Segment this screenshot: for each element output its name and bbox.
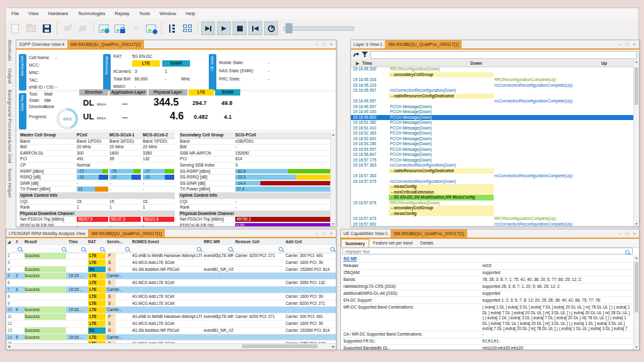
layer3-row[interactable]: 19:16:52.691PCCH Message(Down)	[351, 136, 634, 142]
layer3-row[interactable]: - measConfig	[351, 211, 634, 217]
col-add-cell[interactable]: Add Cell	[286, 239, 335, 244]
mobility-row[interactable]: 104Success19:16:...LTECarrier...	[6, 307, 336, 314]
scroll-down-icon[interactable]: ▼	[634, 222, 639, 226]
layer3-row[interactable]: 19:16:45.316RRCReconfigurationComplete(U…	[351, 77, 634, 83]
layer3-row[interactable]: - measConfig	[351, 184, 634, 190]
menu-file[interactable]: File	[11, 11, 19, 16]
dock-tab-touch-helper[interactable]: Touch Helper	[7, 168, 13, 198]
filter-search-icon[interactable]	[197, 247, 201, 251]
scroll-left-icon[interactable]: ◀	[8, 344, 10, 348]
scroll-down-icon[interactable]: ▼	[634, 345, 639, 349]
scrollbar-thumb[interactable]	[635, 262, 638, 312]
play-button[interactable]: ▶	[217, 21, 231, 35]
dock-tab-shortcuts[interactable]: Shortcuts	[7, 40, 13, 61]
col-rrc-mr[interactable]: RRC MR	[204, 239, 233, 244]
col-up[interactable]: Up	[601, 61, 607, 65]
close-button[interactable]: ×	[633, 231, 636, 236]
layer3-row[interactable]: 19:16:45.300RRCReconfiguration(Down)	[351, 67, 634, 72]
mobility-row[interactable]: 8LTES4G.MCG Add.LTE SCellCarrier: 1600 P…	[6, 293, 336, 300]
filter-search-icon[interactable]	[228, 247, 233, 251]
layer3-row[interactable]: 19:16:49.800PCCH Message(Down)	[351, 115, 634, 121]
col-romes-event[interactable]: ROMES Event	[132, 239, 202, 244]
tree-view-button[interactable]	[165, 21, 179, 35]
mobility-row[interactable]: 11SuccessLTEP4G.eNB to MeNB Handover Att…	[6, 314, 336, 321]
dock-tab-output[interactable]: Output	[7, 69, 13, 84]
replay-speed-button[interactable]	[264, 21, 278, 35]
scroll-right-icon[interactable]: ▶	[332, 344, 335, 348]
layer3-row[interactable]: 19:16:54.597PCCH Message(Down)	[351, 147, 634, 153]
col-remove-cell[interactable]: Remove Cell	[235, 239, 284, 244]
menu-replay[interactable]: Replay	[115, 11, 130, 16]
mobility-row[interactable]: 9LTES4G.MCG Add.LTE SCellCarrier: 6200 P…	[6, 300, 336, 307]
jump-arrow-icon[interactable]	[353, 52, 359, 58]
filter-search-icon[interactable]	[81, 247, 86, 251]
layer3-row[interactable]: 19:16:57.175PCCH Message(Down)	[351, 158, 634, 163]
menu-help[interactable]: Help	[186, 11, 195, 16]
col-time[interactable]: Time	[69, 239, 86, 244]
layer3-row[interactable]: 19:16:45.957rrcConnectionReconfiguration…	[351, 99, 634, 104]
jump-to-start-button[interactable]: ◀	[248, 21, 262, 35]
col-down[interactable]: Down	[470, 61, 482, 65]
col-servin-[interactable]: Servin...	[107, 239, 130, 244]
replay-position-slider[interactable]	[284, 26, 354, 31]
mobility-row[interactable]: 6LTES4G.MCG Add.LTE SCellCarrier: 3350 P…	[6, 280, 336, 287]
layer3-row[interactable]: 19:16:57.691rrcConnectionReconfiguration…	[351, 222, 634, 227]
capability-group-link[interactable]: 5G NR	[343, 256, 357, 261]
signal-config-button[interactable]: ≈	[128, 21, 142, 35]
tile-windows-button[interactable]	[180, 21, 194, 35]
uecaps-scrollbar[interactable]: ▲ ▼	[633, 256, 639, 349]
layer3-row[interactable]: - 5G EN-DC,SN Modification,NR MeasConfig	[351, 195, 634, 200]
filter-search-icon[interactable]	[62, 247, 66, 251]
col--[interactable]: #	[16, 239, 23, 244]
layer3-row[interactable]: 19:16:56.847PCCH Message(Down)	[351, 152, 634, 158]
step-forward-button[interactable]: ▶	[201, 21, 215, 35]
mobility-row[interactable]: 12LTES4G.MCG Add.LTE SCellCarrier: 1600 …	[6, 321, 336, 327]
mobility-row[interactable]: 73Success19:15:...LTECarrier...	[6, 287, 336, 293]
layer3-filter-input[interactable]	[370, 51, 637, 59]
layer3-row[interactable]: 19:16:57.675RRCReconfigurationComplete(U…	[351, 216, 634, 222]
filter-search-icon[interactable]	[18, 247, 22, 251]
maximize-button[interactable]: □	[323, 231, 326, 236]
close-button[interactable]: ×	[633, 41, 636, 47]
maximize-button[interactable]: □	[626, 41, 629, 47]
highlight-search-input[interactable]	[344, 248, 607, 255]
layer3-row[interactable]: 19:16:57.363rrcConnectionReconfiguration…	[351, 173, 634, 179]
scroll-up-icon[interactable]: ▲	[331, 133, 336, 136]
panel-tab[interactable]: SM-5918B|QU_QualiPoc_009117[1]	[88, 229, 165, 237]
layer3-row[interactable]: 19:16:57.675rrcConnectionReconfiguration…	[351, 179, 634, 185]
filter-search-icon[interactable]	[100, 247, 104, 251]
minimize-button[interactable]: –	[316, 231, 318, 236]
layer3-row[interactable]: 19:16:57.363rrcConnectionReconfiguration…	[351, 163, 634, 168]
menu-technologies[interactable]: Technologies	[78, 11, 106, 16]
menu-view[interactable]: View	[28, 11, 38, 16]
minimize-button[interactable]: –	[316, 41, 318, 47]
panel-tab[interactable]: SM-5918B|QU_QualiPoc_009117[1]	[391, 229, 467, 238]
screenshot-lock-button[interactable]	[113, 21, 126, 35]
mobility-row[interactable]: 2SuccessLTEP4G.eNB to MeNB Handover Atte…	[6, 253, 336, 260]
reject-marker-button[interactable]	[76, 21, 90, 35]
scroll-down-icon[interactable]: ▼	[331, 222, 336, 226]
open-file-button[interactable]	[24, 21, 38, 35]
layer3-row[interactable]: 19:16:51.410PCCH Message(Down)	[351, 126, 634, 131]
save-button[interactable]	[40, 21, 53, 35]
filter-search-icon[interactable]	[279, 247, 283, 251]
mobility-row[interactable]: 52Success19:15:...LTECarrier...	[6, 273, 336, 280]
layer3-row[interactable]: 19:16:46.597PCCH Message(Down)	[351, 104, 634, 110]
minimize-button[interactable]: –	[619, 41, 621, 47]
layer3-row[interactable]: - radioResourceConfigDedicated	[351, 94, 634, 99]
sort-icon[interactable]: ◢	[8, 239, 11, 244]
layer3-row[interactable]: 19:16:57.675RRCReconfiguration(Down)	[351, 200, 634, 206]
layer3-scrollbar[interactable]: ▲ ▼	[633, 60, 639, 226]
maximize-button[interactable]: □	[626, 231, 629, 236]
layer3-row[interactable]: 19:16:45.316rrcConnectionReconfiguration…	[351, 83, 634, 89]
layer3-row[interactable]: 19:16:54.285PCCH Message(Down)	[351, 141, 634, 147]
stop-button[interactable]	[233, 21, 247, 35]
panel-tab[interactable]: SM-5918B|QU_QualiPoc_009117[1]	[385, 40, 462, 48]
layer3-row[interactable]: - nonCriticalExtension	[351, 190, 634, 195]
highlight-search-box[interactable]	[342, 248, 633, 255]
col-rat[interactable]: RAT	[88, 239, 105, 244]
close-button[interactable]: ×	[330, 41, 333, 47]
mobility-hscrollbar[interactable]: ◀ ▶	[6, 343, 336, 349]
overview-scrollbar[interactable]: ▲▼	[330, 132, 336, 226]
mobility-row[interactable]: 13Success5GS4G.SN Addition.NR PSCelleven…	[6, 327, 336, 334]
